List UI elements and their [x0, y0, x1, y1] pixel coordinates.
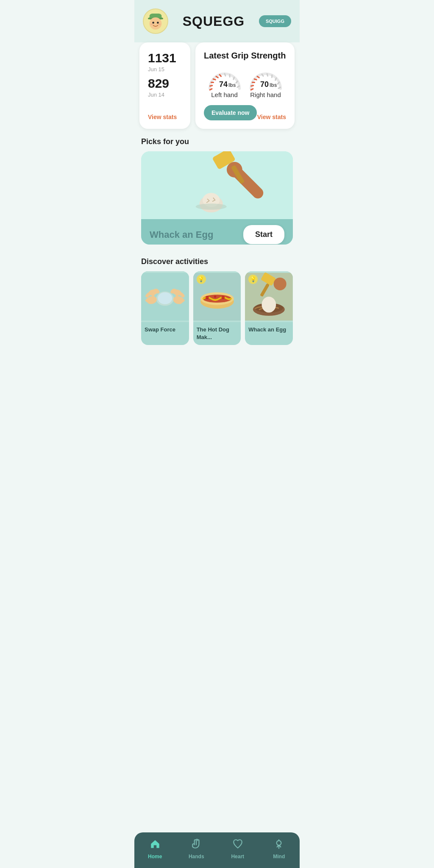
grip-right: 70 lbs Right hand: [247, 67, 285, 98]
svg-line-22: [251, 85, 253, 86]
activity-name-2: Whack an Egg: [248, 326, 286, 333]
svg-point-6: [150, 23, 153, 25]
grip-card: Latest Grip Strength: [195, 42, 295, 129]
svg-line-10: [211, 81, 213, 83]
discover-title: Discover activities: [141, 257, 293, 266]
svg-point-48: [206, 296, 209, 299]
discover-section: Discover activities: [134, 249, 300, 266]
grip-readings: 74 lbs Left hand: [204, 67, 286, 98]
svg-line-14: [225, 74, 225, 76]
svg-line-15: [229, 75, 231, 77]
svg-line-28: [271, 75, 273, 77]
activity-card-1[interactable]: 💡 The Hot Dog Mak...: [193, 271, 241, 345]
stats-section: 1131 Jun 15 829 Jun 14 View stats Latest…: [134, 42, 300, 129]
svg-point-54: [262, 297, 276, 313]
svg-point-57: [274, 278, 287, 290]
featured-name: Whack an Egg: [150, 229, 213, 240]
svg-line-27: [267, 74, 267, 76]
activity-name-1: The Hot Dog Mak...: [197, 326, 229, 340]
grip-view-stats-link[interactable]: View stats: [257, 114, 286, 120]
activity-footer-0: Swap Force: [141, 322, 189, 337]
gauge-right: 70 lbs: [247, 67, 285, 89]
score-card: 1131 Jun 15 829 Jun 14 View stats: [139, 42, 190, 129]
featured-card[interactable]: Whack an Egg Start: [141, 151, 293, 245]
score-date-1: Jun 15: [148, 66, 164, 72]
grip-actions: Evaluate now View stats: [204, 105, 286, 120]
device-button[interactable]: SQUIGG: [259, 15, 291, 27]
activity-card-2[interactable]: 💡 Whack: [245, 271, 293, 345]
score-value-2: 829: [148, 76, 182, 91]
svg-point-49: [214, 295, 216, 298]
score-date-2: Jun 14: [148, 92, 164, 98]
activity-illustration-0: [141, 271, 189, 322]
svg-point-4: [152, 22, 154, 24]
svg-point-5: [157, 22, 159, 24]
grip-right-label: Right hand: [250, 91, 281, 98]
svg-point-3: [150, 17, 162, 30]
gauge-left: 74 lbs: [206, 67, 244, 89]
svg-text:74: 74: [219, 80, 228, 89]
svg-point-43: [158, 292, 172, 304]
svg-point-7: [158, 23, 160, 25]
score-view-stats-link[interactable]: View stats: [148, 114, 182, 120]
score-value-1: 1131: [148, 51, 182, 65]
start-button[interactable]: Start: [243, 225, 284, 244]
featured-illustration: [141, 151, 293, 219]
svg-point-50: [221, 296, 225, 299]
app-title: SQUEGG: [183, 14, 245, 29]
score-entry-2: 829 Jun 14: [148, 76, 182, 98]
grip-left: 74 lbs Left hand: [206, 67, 244, 98]
bulb-icon-1: 💡: [197, 275, 206, 284]
evaluate-button[interactable]: Evaluate now: [204, 105, 257, 120]
picks-title: Picks for you: [141, 137, 293, 146]
svg-text:lbs: lbs: [228, 82, 236, 88]
svg-line-23: [252, 81, 254, 83]
grip-title: Latest Grip Strength: [204, 51, 286, 61]
svg-line-9: [210, 85, 212, 86]
activity-card-0[interactable]: Swap Force: [141, 271, 189, 345]
activity-name-0: Swap Force: [145, 326, 175, 333]
svg-text:70: 70: [260, 80, 269, 89]
score-entry-1: 1131 Jun 15: [148, 51, 182, 73]
svg-text:lbs: lbs: [270, 82, 277, 88]
featured-footer: Whack an Egg Start: [141, 219, 293, 245]
grip-left-label: Left hand: [211, 91, 238, 98]
activity-footer-2: Whack an Egg: [245, 322, 293, 337]
activities-grid: Swap Force 💡 The Hot Dog Mak...: [134, 271, 300, 353]
avatar[interactable]: [143, 8, 168, 34]
activity-footer-1: The Hot Dog Mak...: [193, 322, 241, 345]
header: SQUEGG SQUIGG: [134, 0, 300, 47]
picks-section: Picks for you: [134, 129, 300, 249]
svg-point-37: [196, 203, 227, 210]
